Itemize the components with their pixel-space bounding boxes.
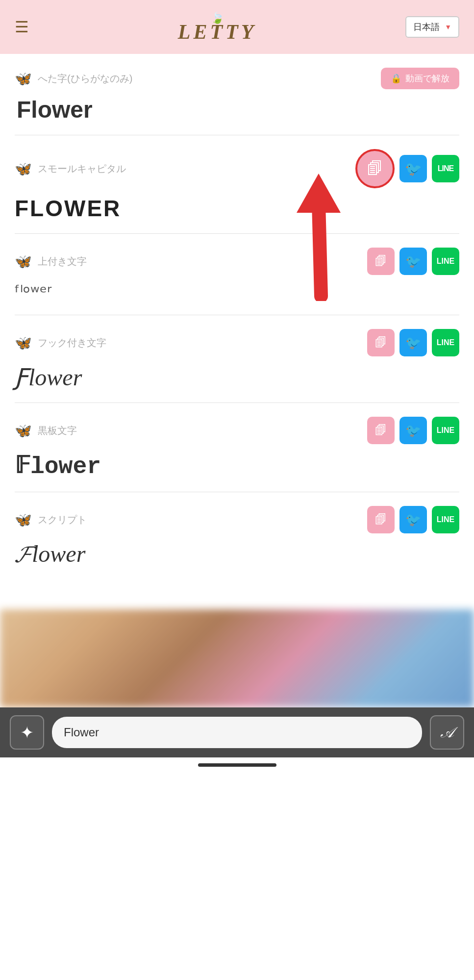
heta-font-display: Flower: [15, 96, 459, 123]
twitter-icon-2: 🐦: [405, 254, 421, 269]
twitter-icon: 🐦: [405, 161, 422, 177]
superscript-title-text: 上付き文字: [38, 255, 87, 268]
dropdown-arrow-icon: ▼: [445, 23, 451, 31]
blackboard-twitter-button[interactable]: 🐦: [399, 417, 427, 444]
copy-icon-2: 🗐: [375, 254, 387, 268]
copy-icon: 🗐: [367, 160, 383, 178]
font-style-button[interactable]: 𝒜: [430, 715, 464, 750]
heta-section-title: 🦋 へた字(ひらがなのみ): [15, 71, 132, 87]
font-style-icon: 𝒜: [441, 724, 453, 741]
small-caps-section-title: 🦋 スモールキャピタル: [15, 161, 126, 177]
script-section: 🦋 スクリプト 🗐 🐦 LINE 𝓕lower: [15, 492, 459, 580]
blackboard-section: 🦋 黒板文字 🗐 🐦 LINE 𝔽lower: [15, 403, 459, 492]
small-caps-section: 🦋 スモールキャピタル 🗐: [15, 135, 459, 234]
script-font-display: 𝓕lower: [15, 540, 459, 568]
hook-section-header: 🦋 フック付き文字 🗐 🐦 LINE: [15, 329, 459, 356]
butterfly-icon-4: 🦋: [15, 335, 32, 351]
small-caps-title-text: スモールキャピタル: [38, 162, 126, 176]
hook-line-button[interactable]: LINE: [432, 329, 459, 356]
hook-title-text: フック付き文字: [38, 336, 106, 350]
small-caps-section-header: 🦋 スモールキャピタル 🗐: [15, 149, 459, 188]
heta-section: 🦋 へた字(ひらがなのみ) 🔒 動画で解放 Flower: [15, 54, 459, 135]
twitter-icon-5: 🐦: [405, 512, 421, 528]
blackboard-section-header: 🦋 黒板文字 🗐 🐦 LINE: [15, 417, 459, 444]
script-section-title: 🦋 スクリプト: [15, 512, 87, 528]
blackboard-font-display: 𝔽lower: [15, 451, 459, 480]
superscript-section-header: 🦋 上付き文字 🗐 🐦 LINE: [15, 248, 459, 275]
heta-title-text: へた字(ひらがなのみ): [38, 72, 132, 85]
twitter-icon-4: 🐦: [405, 423, 421, 438]
bottom-area: ✦ 𝒜: [0, 609, 474, 773]
text-input[interactable]: [52, 717, 422, 748]
twitter-icon-3: 🐦: [405, 335, 421, 351]
blackboard-action-buttons: 🗐 🐦 LINE: [367, 417, 459, 444]
blackboard-section-title: 🦋 黒板文字: [15, 423, 77, 439]
blurred-content: [0, 609, 474, 707]
bottom-toolbar: ✦ 𝒜: [0, 707, 474, 757]
butterfly-icon: 🦋: [15, 71, 32, 87]
script-line-button[interactable]: LINE: [432, 506, 459, 533]
butterfly-icon-5: 🦋: [15, 423, 32, 439]
unlock-button[interactable]: 🔒 動画で解放: [381, 68, 459, 89]
line-icon-5: LINE: [437, 515, 454, 524]
superscript-action-buttons: 🗐 🐦 LINE: [367, 248, 459, 275]
butterfly-icon-6: 🦋: [15, 512, 32, 528]
lock-icon: 🔒: [391, 73, 401, 84]
script-action-buttons: 🗐 🐦 LINE: [367, 506, 459, 533]
blackboard-line-button[interactable]: LINE: [432, 417, 459, 444]
small-caps-font-display: FLOWER: [15, 195, 459, 222]
line-icon: LINE: [438, 164, 453, 173]
hook-twitter-button[interactable]: 🐦: [399, 329, 427, 356]
hook-action-buttons: 🗐 🐦 LINE: [367, 329, 459, 356]
unlock-label: 動画で解放: [405, 73, 449, 84]
main-content: 🦋 へた字(ひらがなのみ) 🔒 動画で解放 Flower 🦋 スモールキャピタル: [0, 54, 474, 580]
butterfly-icon-2: 🦋: [15, 161, 32, 177]
copy-icon-4: 🗐: [375, 424, 387, 437]
hook-section-title: 🦋 フック付き文字: [15, 335, 106, 351]
blackboard-title-text: 黒板文字: [38, 424, 77, 437]
line-icon-2: LINE: [437, 257, 454, 266]
blackboard-copy-button[interactable]: 🗐: [367, 417, 395, 444]
line-icon-4: LINE: [437, 426, 454, 435]
sparkle-icon: ✦: [20, 723, 34, 742]
small-caps-twitter-button[interactable]: 🐦: [399, 155, 427, 182]
script-section-header: 🦋 スクリプト 🗐 🐦 LINE: [15, 506, 459, 533]
superscript-font-display: ᶠˡᵒʷᵉʳ: [15, 282, 459, 303]
small-caps-action-buttons: 🗐 🐦 LINE: [355, 149, 459, 188]
language-label: 日本語: [413, 21, 440, 33]
logo-text: LETTY: [178, 22, 257, 42]
menu-button[interactable]: ☰: [15, 19, 29, 35]
copy-button-wrapper: 🗐: [355, 149, 395, 188]
hook-copy-button[interactable]: 🗐: [367, 329, 395, 356]
app-header: ☰ 🍃 LETTY 日本語 ▼: [0, 0, 474, 54]
language-selector[interactable]: 日本語 ▼: [405, 16, 459, 38]
script-copy-button[interactable]: 🗐: [367, 506, 395, 533]
copy-icon-5: 🗐: [375, 513, 387, 527]
superscript-twitter-button[interactable]: 🐦: [399, 248, 427, 275]
app-logo: 🍃 LETTY: [178, 12, 257, 42]
script-twitter-button[interactable]: 🐦: [399, 506, 427, 533]
butterfly-icon-3: 🦋: [15, 253, 32, 270]
copy-button-highlighted[interactable]: 🗐: [355, 149, 395, 188]
heta-section-header: 🦋 へた字(ひらがなのみ) 🔒 動画で解放: [15, 68, 459, 89]
superscript-section-title: 🦋 上付き文字: [15, 253, 87, 270]
home-bar: [198, 763, 276, 767]
superscript-copy-button[interactable]: 🗐: [367, 248, 395, 275]
hook-font-display: Ƒlower: [15, 363, 459, 391]
line-icon-3: LINE: [437, 338, 454, 347]
home-indicator: [0, 757, 474, 773]
small-caps-line-button[interactable]: LINE: [432, 155, 459, 182]
copy-icon-3: 🗐: [375, 336, 387, 350]
hook-section: 🦋 フック付き文字 🗐 🐦 LINE Ƒlower: [15, 315, 459, 403]
superscript-line-button[interactable]: LINE: [432, 248, 459, 275]
superscript-section: 🦋 上付き文字 🗐 🐦 LINE ᶠˡᵒʷᵉʳ: [15, 234, 459, 315]
sparkle-button[interactable]: ✦: [10, 715, 44, 750]
script-title-text: スクリプト: [38, 513, 87, 527]
